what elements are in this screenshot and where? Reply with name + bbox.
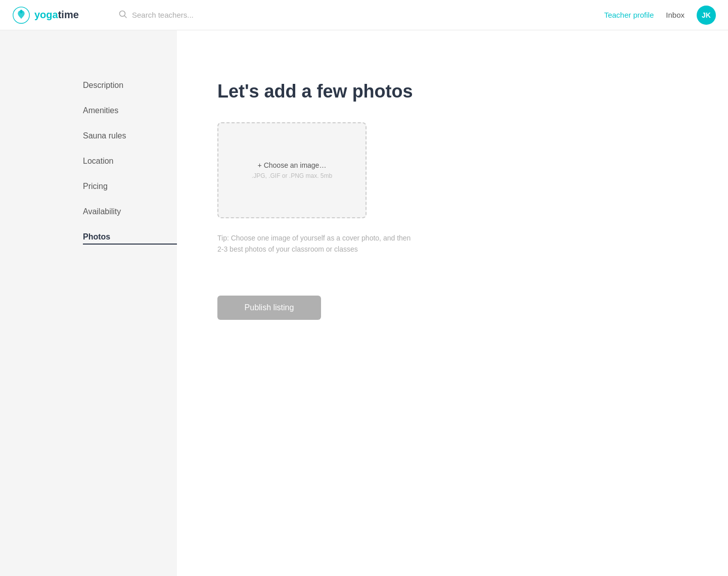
- sidebar: DescriptionAmenitiesSauna rulesLocationP…: [0, 30, 177, 576]
- search-input[interactable]: [132, 11, 284, 19]
- sidebar-item-description[interactable]: Description: [83, 81, 177, 92]
- svg-line-3: [124, 16, 126, 18]
- sidebar-nav: DescriptionAmenitiesSauna rulesLocationP…: [83, 81, 177, 245]
- search-icon: [119, 10, 127, 20]
- avatar[interactable]: JK: [697, 6, 716, 25]
- sidebar-item-photos[interactable]: Photos: [83, 232, 177, 245]
- inbox-link[interactable]: Inbox: [666, 11, 685, 19]
- sidebar-item-location[interactable]: Location: [83, 157, 177, 168]
- tip-text: Tip: Choose one image of yourself as a c…: [217, 232, 415, 255]
- upload-format-text: .JPG, .GIF or .PNG max. 5mb: [252, 172, 332, 179]
- logo-icon: [12, 6, 30, 24]
- logo[interactable]: yogatime: [12, 6, 111, 24]
- upload-area[interactable]: + Choose an image… .JPG, .GIF or .PNG ma…: [217, 122, 367, 218]
- publish-listing-button[interactable]: Publish listing: [217, 296, 321, 320]
- teacher-profile-link[interactable]: Teacher profile: [604, 11, 654, 19]
- sidebar-item-sauna-rules[interactable]: Sauna rules: [83, 131, 177, 142]
- upload-choose-text: + Choose an image…: [258, 161, 327, 169]
- svg-point-1: [20, 10, 22, 13]
- header: yogatime Teacher profile Inbox JK: [0, 0, 728, 30]
- main-content: Let's add a few photos + Choose an image…: [177, 30, 728, 576]
- sidebar-item-amenities[interactable]: Amenities: [83, 106, 177, 117]
- page-title: Let's add a few photos: [217, 81, 698, 102]
- search-area: [111, 10, 604, 20]
- sidebar-item-availability[interactable]: Availability: [83, 207, 177, 218]
- page-layout: DescriptionAmenitiesSauna rulesLocationP…: [0, 0, 728, 576]
- header-right: Teacher profile Inbox JK: [604, 6, 716, 25]
- sidebar-item-pricing[interactable]: Pricing: [83, 182, 177, 193]
- logo-text: yogatime: [34, 9, 79, 21]
